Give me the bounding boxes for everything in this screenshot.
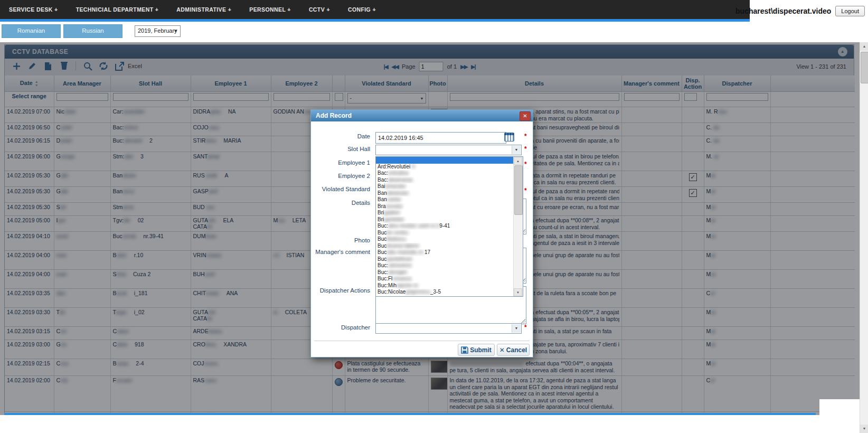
required-mark: * [524,145,527,153]
submit-button-label: Submit [470,346,492,354]
option-text: Buc [378,230,386,236]
logged-in-user: bucharest\dispecerat.video [735,7,831,15]
application-window: SERVICE DESK +TECHNICIAL DEPARTMENT +ADM… [0,0,868,433]
slot-hall-option[interactable]: Baiamarului [376,183,513,190]
option-text: Bac: [378,170,388,176]
dispatcher-select[interactable]: ▼ [375,323,522,334]
label-slot-hall: Slot Hall [311,146,370,152]
redacted-text: alache nr [397,283,418,288]
required-mark: * [524,187,527,194]
slot-hall-option[interactable]: Briganteilor [376,216,513,223]
option-text: Buc:Fl [378,276,392,281]
slot-hall-option[interactable]: Buc:rahoveiror [376,262,513,269]
option-text: Buc: [378,262,388,268]
label-violated-standard: Violated Standard [311,186,370,192]
scrollbar-thumb[interactable] [514,165,523,215]
redacted-text: entrulina [388,170,408,176]
slot-hall-option[interactable]: Brigadieri [376,210,513,216]
slot-hall-option[interactable]: Buc:Floreasca [376,276,513,283]
required-mark: * [524,161,527,168]
option-text: Buc: [378,269,388,275]
nav-item-personnel[interactable]: PERSONNEL + [240,6,300,13]
slot-hall-option[interactable]: Brasovului [376,203,513,210]
scroll-up-icon[interactable]: ▲ [860,42,868,51]
option-text: Buc:Mih [378,283,397,288]
cancel-button[interactable]: ✕ Cancel [497,344,530,356]
slot-hall-option[interactable]: Bancaolui [376,196,513,203]
scroll-down-icon[interactable]: ▼ [860,425,868,433]
calendar-icon[interactable] [504,133,514,142]
scrollbar-thumb[interactable] [861,52,868,83]
slot-hall-option[interactable]: Buctei centru [376,230,513,237]
dropdown-scrollbar[interactable]: ▲ ▼ [513,157,523,296]
slot-hall-option[interactable]: Buc:Mihalache nr [376,283,513,289]
option-text: Ard:Revolutiei [378,164,412,170]
option-text: Ban [378,196,387,202]
slot-hall-option[interactable]: Bac:entrulina [376,170,513,177]
option-text: Bai [378,183,385,189]
modal-separator [314,341,530,341]
slot-hall-option[interactable]: Buc:alea mosilor unirii nr.39-41 [376,223,513,230]
date-input[interactable] [375,132,506,144]
redacted-text: gadieri [384,210,400,215]
label-dispatcher-actions: Dispatcher Actions [311,287,370,294]
option-text: Buc [378,256,386,262]
slot-hall-dropdown-list: Ard:Revolutiei IIBac:entrulinaBac:aleama… [375,156,523,297]
scroll-up-icon[interactable]: ▲ [514,157,522,165]
redacted-text: drumul tabere [386,243,419,249]
redacted-text: II [412,164,415,170]
slot-hall-option[interactable]: Bucdrumul tabere [376,243,513,250]
modal-title: Add Record [316,112,352,119]
slot-hall-option[interactable]: Banateanului [376,190,513,197]
option-text: Bri [378,210,384,215]
chevron-down-icon: ▼ [512,324,521,333]
option-text: _3-5 [430,289,441,295]
slot-hall-option[interactable] [376,157,513,164]
option-text: Buc: [378,223,388,229]
white-patch [819,399,860,418]
language-button-romanian[interactable]: Romanian [2,24,61,38]
scroll-down-icon[interactable]: ▼ [514,288,522,296]
vertical-scrollbar[interactable]: ▲ ▼ [860,42,868,433]
cancel-button-label: Cancel [506,346,527,354]
redacted-text: pantelimon [386,256,412,262]
period-select[interactable]: 2019, February ▼ [135,25,181,37]
slot-hall-option[interactable]: Ard:Revolutiei II [376,164,513,171]
close-icon[interactable]: ✕ [520,111,531,121]
slot-hall-option[interactable]: Buc:obregiei [376,269,513,276]
label-employee-2: Employee 2 [311,173,370,179]
chevron-down-icon: ▼ [512,146,521,154]
accent-line [0,19,750,22]
redacted-text: aleamaras [388,177,413,183]
nav-item-technicial-department[interactable]: TECHNICIAL DEPARTMENT + [67,6,168,13]
option-text: Buc [378,243,386,249]
option-text: Bra [378,203,386,209]
save-icon [461,346,468,354]
slot-hall-option[interactable]: Bac:aleamaras [376,177,513,184]
logout-button[interactable]: Logout [835,6,865,16]
modal-title-bar[interactable]: Add Record ✕ [311,110,533,121]
label-managers-comment: Manager's comment [311,249,370,255]
label-photo: Photo [311,237,370,243]
language-button-russian[interactable]: Russian [63,24,122,38]
slot-hall-option[interactable]: Buciuliu maniuliu nr.17 [376,249,513,256]
redacted-text: ateanului [387,190,409,196]
slot-hall-option[interactable]: Bucpantelimon [376,256,513,263]
nav-item-administrative[interactable]: ADMINISTRATIVE + [167,6,240,13]
nav-item-service-desk[interactable]: SERVICE DESK + [0,6,67,13]
slot-hall-option[interactable]: Buctitulescu [376,236,513,243]
nav-item-config[interactable]: CONFIG + [339,6,385,13]
redacted-text: oreasca [392,276,411,281]
option-text: Buc [378,249,386,255]
redacted-text: caolui [387,196,401,202]
slot-hall-select[interactable]: ▼ [375,145,522,155]
submit-button[interactable]: Submit [458,344,495,356]
resize-handle[interactable] [521,319,525,323]
label-employee-1: Employee 1 [311,159,370,166]
nav-item-cctv[interactable]: CCTV + [300,6,339,13]
required-mark: * [524,324,527,331]
slot-hall-option[interactable]: Buc:Nicolaegrigorescu_3-5 [376,289,513,296]
grid-bottom-border [4,413,816,415]
cancel-x-icon: ✕ [499,346,505,354]
redacted-text: titulescu [386,236,406,242]
